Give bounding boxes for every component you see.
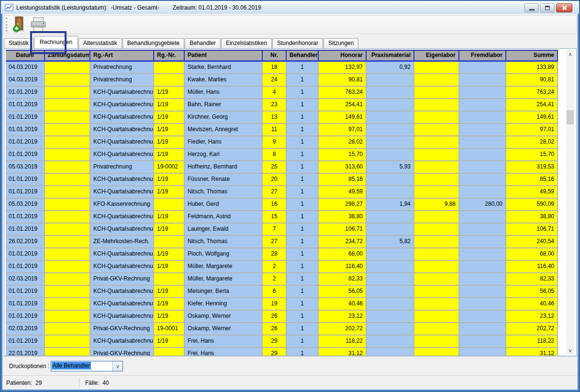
tab-sitzungen[interactable]: Sitzungen bbox=[323, 38, 358, 48]
table-row[interactable]: 01.01.2019KCH-Quartalsabrechnung1/19Mevi… bbox=[6, 124, 558, 136]
table-row[interactable]: 26.02.2019ZE-Mehrkosten-Rech.Nitsch, Tho… bbox=[6, 236, 558, 248]
scroll-up-icon[interactable]: ∧ bbox=[566, 50, 574, 58]
tab-stundenhonorar[interactable]: Stundenhonorar bbox=[272, 38, 323, 48]
tab-behandler[interactable]: Behandler bbox=[185, 38, 221, 48]
table-row[interactable]: 01.01.2019KCH-Quartalsabrechnung1/19Kief… bbox=[6, 298, 558, 311]
window-title: Leistungsstatistik (Leistungsdatum): -Um… bbox=[16, 4, 159, 11]
cell-nr: 7 bbox=[263, 224, 287, 236]
vertical-scrollbar[interactable]: ∧ ∨ bbox=[566, 50, 574, 355]
column-header-summe[interactable]: Summe bbox=[506, 51, 558, 60]
cell-behandler: 1 bbox=[287, 174, 319, 186]
cell-zahlungsdatum bbox=[45, 286, 90, 298]
tab-behandlungsgebiete[interactable]: Behandlungsgebiete bbox=[123, 38, 184, 48]
cell-patient: Hofheinz, Bernhard bbox=[185, 161, 263, 174]
column-header-rg-art[interactable]: Rg.-Art bbox=[90, 51, 154, 60]
cell-nr: 28 bbox=[263, 248, 287, 261]
column-header-datum[interactable]: Datum bbox=[6, 51, 45, 60]
table-row[interactable]: 05.03.2019KFO-KassenrechnungHuber, Gerd1… bbox=[6, 199, 558, 211]
column-header-honorar[interactable]: Honorar bbox=[319, 51, 367, 60]
cell-datum: 01.01.2019 bbox=[6, 336, 45, 348]
cell-rg-art: Privatrechnung bbox=[90, 74, 154, 87]
cell-praxismaterial bbox=[367, 74, 414, 87]
cell-zahlungsdatum bbox=[45, 149, 90, 161]
status-cases: Fälle:40 bbox=[79, 380, 109, 386]
cell-patient: Meviszen, Annegret bbox=[185, 124, 263, 136]
scroll-down-icon[interactable]: ∨ bbox=[566, 346, 574, 355]
table-row[interactable]: 01.01.2019KCH-Quartalsabrechnung1/19Frei… bbox=[6, 336, 558, 348]
column-header-eigenlabor[interactable]: Eigenlabor bbox=[414, 51, 459, 60]
table-row[interactable]: 02.03.2019Privat-GKV-RechnungMüller, Mar… bbox=[6, 273, 558, 286]
cell-patient: Huber, Gerd bbox=[185, 199, 263, 211]
toolbar-gripper[interactable] bbox=[6, 18, 7, 32]
tab-rechnungen[interactable]: Rechnungen bbox=[34, 36, 78, 48]
cell-honorar: 56,05 bbox=[319, 286, 367, 298]
cell-fremdlabor bbox=[459, 261, 506, 273]
column-header-rg-nr[interactable]: Rg.-Nr. bbox=[154, 51, 185, 60]
tab-statistik[interactable]: Statistik bbox=[4, 38, 33, 48]
cell-praxismaterial bbox=[367, 248, 414, 261]
table-row[interactable]: 01.01.2019KCH-Quartalsabrechnung1/19Nits… bbox=[6, 186, 558, 199]
table-row[interactable]: 01.01.2019KCH-Quartalsabrechnung1/19Herz… bbox=[6, 149, 558, 161]
cell-rg-art: KCH-Quartalsabrechnung bbox=[90, 99, 154, 112]
table-row[interactable]: 01.01.2019KCH-Quartalsabrechnung1/19Müll… bbox=[6, 87, 558, 99]
cell-summe: 118,22 bbox=[506, 336, 558, 348]
tab-altersstatistik[interactable]: Altersstatistik bbox=[78, 38, 122, 48]
minimize-button[interactable] bbox=[524, 3, 539, 12]
table-row[interactable]: 01.01.2019KCH-Quartalsabrechnung1/19Fied… bbox=[6, 136, 558, 149]
table-row[interactable]: 01.01.2019KCH-Quartalsabrechnung1/19Kirc… bbox=[6, 112, 558, 124]
column-header-nr[interactable]: Nr. bbox=[263, 51, 287, 60]
column-header-zahlungsdatum[interactable]: Zahlungsdatum bbox=[45, 51, 90, 60]
table-row[interactable]: 04.03.2019PrivatrechnungStarke, Bernhard… bbox=[6, 62, 558, 74]
maximize-button[interactable] bbox=[540, 3, 555, 12]
column-header-behandler[interactable]: Behandler bbox=[287, 51, 319, 60]
tab-einzelstatistiken[interactable]: Einzelstatistiken bbox=[221, 38, 272, 48]
table-row[interactable]: 01.01.2019KCH-Quartalsabrechnung1/19Laui… bbox=[6, 224, 558, 236]
cell-rg-art: KCH-Quartalsabrechnung bbox=[90, 211, 154, 224]
exit-button[interactable] bbox=[10, 16, 28, 33]
cell-nr: 25 bbox=[263, 161, 287, 174]
cell-rg-art: KCH-Quartalsabrechnung bbox=[90, 248, 154, 261]
column-header-praxismaterial[interactable]: Praxismaterial bbox=[367, 51, 414, 60]
cell-nr: 8 bbox=[263, 149, 287, 161]
cell-honorar: 234,72 bbox=[319, 236, 367, 248]
scrollbar-thumb[interactable] bbox=[567, 110, 574, 124]
table-row[interactable]: 02.03.2019Privat-GKV-Rechnung19-0001Oska… bbox=[6, 323, 558, 336]
table-row[interactable]: 01.01.2019KCH-Quartalsabrechnung1/19Feld… bbox=[6, 211, 558, 224]
cell-rg-art: Privatrechnung bbox=[90, 62, 154, 74]
table-row[interactable]: 01.01.2019KCH-Quartalsabrechnung1/19Meis… bbox=[6, 286, 558, 298]
cell-rg-art: KCH-Quartalsabrechnung bbox=[90, 261, 154, 273]
table-row[interactable]: 01.01.2019KCH-Quartalsabrechnung1/19Füss… bbox=[6, 174, 558, 186]
table-row[interactable]: 05.03.2019Privatrechnung19-0002Hofheinz,… bbox=[6, 161, 558, 174]
cell-datum: 01.01.2019 bbox=[6, 211, 45, 224]
cell-datum: 01.01.2019 bbox=[6, 87, 45, 99]
cell-patient: Frei, Hans bbox=[185, 336, 263, 348]
table-row[interactable]: 22.01.2019Privat-GKV-RechnungFrei, Hans2… bbox=[6, 348, 558, 356]
table-row[interactable]: 01.01.2019KCH-Quartalsabrechnung1/19Ploc… bbox=[6, 248, 558, 261]
print-button[interactable] bbox=[29, 16, 47, 33]
table-row[interactable]: 01.01.2019KCH-Quartalsabrechnung1/19Bahn… bbox=[6, 99, 558, 112]
cell-nr: 13 bbox=[263, 112, 287, 124]
column-header-patient[interactable]: Patient bbox=[185, 51, 263, 60]
cell-nr: 20 bbox=[263, 174, 287, 186]
close-button[interactable] bbox=[556, 3, 572, 12]
window-controls bbox=[524, 3, 572, 12]
table-row[interactable]: 01.01.2019KCH-Quartalsabrechnung1/19Müll… bbox=[6, 261, 558, 273]
column-header-fremdlabor[interactable]: Fremdlabor bbox=[459, 51, 506, 60]
maximize-icon bbox=[545, 6, 550, 10]
cell-datum: 01.01.2019 bbox=[6, 174, 45, 186]
cell-zahlungsdatum bbox=[45, 236, 90, 248]
cell-praxismaterial bbox=[367, 124, 414, 136]
cell-rg-art: KFO-Kassenrechnung bbox=[90, 199, 154, 211]
table-row[interactable]: 01.01.2019KCH-Quartalsabrechnung1/19Oska… bbox=[6, 311, 558, 323]
cell-datum: 05.03.2019 bbox=[6, 161, 45, 174]
cell-datum: 01.01.2019 bbox=[6, 124, 45, 136]
table-row[interactable]: 04.03.2019PrivatrechnungKwake, Marlies24… bbox=[6, 74, 558, 87]
cell-praxismaterial: 0,92 bbox=[367, 62, 414, 74]
cell-patient: Müller, Hans bbox=[185, 87, 263, 99]
chevron-down-icon[interactable]: ∨ bbox=[112, 361, 123, 371]
cell-behandler: 1 bbox=[287, 199, 319, 211]
cell-fremdlabor bbox=[459, 298, 506, 311]
print-options-combobox[interactable]: Alle Behandler ∨ bbox=[51, 361, 123, 371]
app-chart-icon bbox=[5, 4, 13, 11]
status-patients: Patienten:29 bbox=[2, 380, 79, 386]
